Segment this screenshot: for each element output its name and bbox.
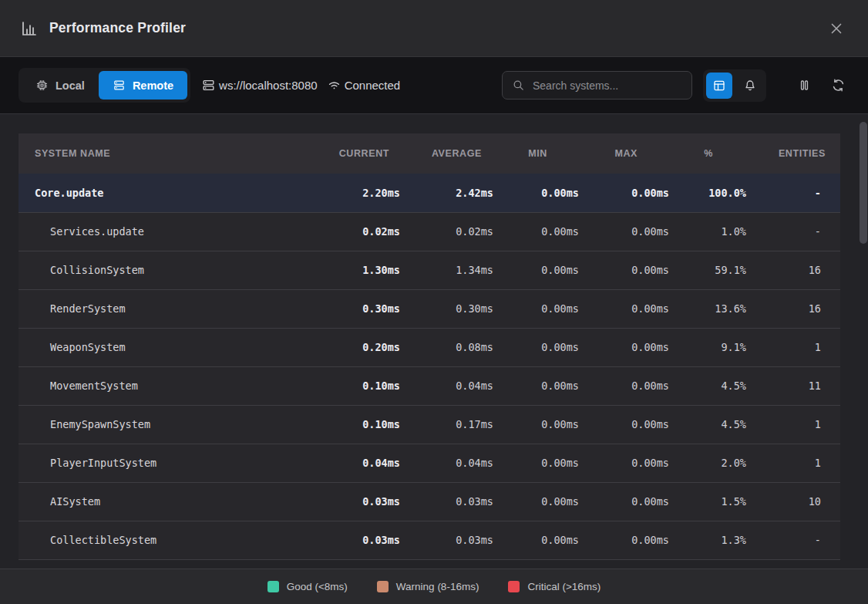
page-title: Performance Profiler [49,20,186,36]
cell-system-name: EnemySpawnSystem [19,405,308,444]
scrollbar-thumb[interactable] [860,122,867,244]
table-row[interactable]: AISystem 0.03ms 0.03ms 0.00ms 0.00ms 1.5… [19,482,840,521]
cell-entities: 16 [746,289,840,328]
cell-percent: 13.6% [669,289,746,328]
cell-current: 1.30ms [308,251,400,289]
alerts-button[interactable] [737,73,763,99]
cell-average: 1.34ms [400,251,493,289]
local-mode-button[interactable]: Local [22,71,99,100]
cell-average: 0.08ms [400,328,493,366]
search-input[interactable] [533,79,682,92]
performance-profiler-window: Performance Profiler Local [0,0,868,604]
wifi-icon [327,78,341,93]
column-header-system-name[interactable]: SYSTEM NAME [19,133,308,174]
cell-max: 0.00ms [579,212,669,251]
legend-label: Critical (>16ms) [527,581,601,592]
column-header-entities[interactable]: ENTITIES [746,133,840,174]
cell-max: 0.00ms [579,174,669,212]
warning-swatch-icon [377,581,389,592]
pause-icon [797,78,812,93]
legend-footer: Good (<8ms) Warning (8-16ms) Critical (>… [0,569,868,604]
cell-average: 0.02ms [400,212,493,251]
mode-segmented-control: Local Remote [19,68,190,103]
cpu-chip-icon [35,79,49,92]
cell-current: 0.02ms [308,212,400,251]
cell-average: 0.04ms [400,366,493,405]
systems-table: SYSTEM NAME CURRENT AVERAGE MIN MAX % EN… [19,133,840,560]
cell-percent: 4.5% [669,366,746,405]
cell-min: 0.00ms [493,212,579,251]
cell-average: 0.03ms [400,521,493,559]
cell-min: 0.00ms [493,251,579,289]
cell-min: 0.00ms [493,444,579,482]
cell-system-name: CollectibleSystem [19,521,308,559]
table-row[interactable]: Core.update 2.20ms 2.42ms 0.00ms 0.00ms … [19,174,840,212]
bell-icon [743,79,757,93]
cell-entities: 16 [746,251,840,289]
connection-url: ws://localhost:8080 [219,79,318,92]
table-header: SYSTEM NAME CURRENT AVERAGE MIN MAX % EN… [19,133,840,174]
cell-max: 0.00ms [579,444,669,482]
cell-average: 0.17ms [400,405,493,444]
cell-max: 0.00ms [579,251,669,289]
cell-entities: - [746,174,840,212]
cell-percent: 4.5% [669,405,746,444]
cell-current: 0.10ms [308,405,400,444]
cell-percent: 2.0% [669,444,746,482]
table-row[interactable]: MovementSystem 0.10ms 0.04ms 0.00ms 0.00… [19,366,840,405]
cell-min: 0.00ms [493,521,579,559]
title-bar: Performance Profiler [0,0,868,56]
pause-button[interactable] [792,74,816,97]
cell-entities: 11 [746,366,840,405]
connection-url-group: ws://localhost:8080 [201,78,318,93]
cell-min: 0.00ms [493,366,579,405]
table-row[interactable]: PlayerInputSystem 0.04ms 0.04ms 0.00ms 0… [19,444,840,482]
search-box[interactable] [502,71,692,100]
cell-entities: 10 [746,482,840,521]
remote-mode-button[interactable]: Remote [99,71,187,100]
cell-average: 2.42ms [400,174,493,212]
table-view-button[interactable] [706,73,732,99]
legend-label: Good (<8ms) [287,581,348,592]
refresh-button[interactable] [826,74,849,97]
column-header-current[interactable]: CURRENT [308,133,400,174]
cell-entities: 1 [746,444,840,482]
cell-min: 0.00ms [493,328,579,366]
table-row[interactable]: EnemySpawnSystem 0.10ms 0.17ms 0.00ms 0.… [19,405,840,444]
cell-max: 0.00ms [579,328,669,366]
cell-percent: 100.0% [669,174,746,212]
cell-average: 0.04ms [400,444,493,482]
legend-item: Warning (8-16ms) [377,581,479,592]
cell-system-name: Core.update [19,174,308,212]
cell-current: 0.04ms [308,444,400,482]
cell-system-name: WeaponSystem [19,328,308,366]
table-row[interactable]: CollectibleSystem 0.03ms 0.03ms 0.00ms 0… [19,521,840,559]
scrollbar [860,116,867,567]
column-header-max[interactable]: MAX [579,133,669,174]
table-row[interactable]: Services.update 0.02ms 0.02ms 0.00ms 0.0… [19,212,840,251]
table-row[interactable]: CollisionSystem 1.30ms 1.34ms 0.00ms 0.0… [19,251,840,289]
column-header-average[interactable]: AVERAGE [400,133,493,174]
server-icon [113,79,126,92]
toolbar: Local Remote [0,56,868,114]
cell-entities: 1 [746,405,840,444]
column-header-percent[interactable]: % [669,133,746,174]
bar-chart-icon [20,19,39,38]
cell-min: 0.00ms [493,174,579,212]
close-icon [828,20,845,37]
cell-min: 0.00ms [493,289,579,328]
cell-min: 0.00ms [493,405,579,444]
cell-max: 0.00ms [579,405,669,444]
cell-max: 0.00ms [579,289,669,328]
close-button[interactable] [825,17,848,40]
remote-mode-label: Remote [133,79,173,92]
column-header-min[interactable]: MIN [493,133,579,174]
table-row[interactable]: WeaponSystem 0.20ms 0.08ms 0.00ms 0.00ms… [19,328,840,366]
legend-item: Critical (>16ms) [508,581,601,592]
cell-system-name: MovementSystem [19,366,308,405]
cell-average: 0.30ms [400,289,493,328]
cell-current: 0.20ms [308,328,400,366]
table-row[interactable]: RenderSystem 0.30ms 0.30ms 0.00ms 0.00ms… [19,289,840,328]
cell-percent: 9.1% [669,328,746,366]
legend-item: Good (<8ms) [267,581,348,592]
